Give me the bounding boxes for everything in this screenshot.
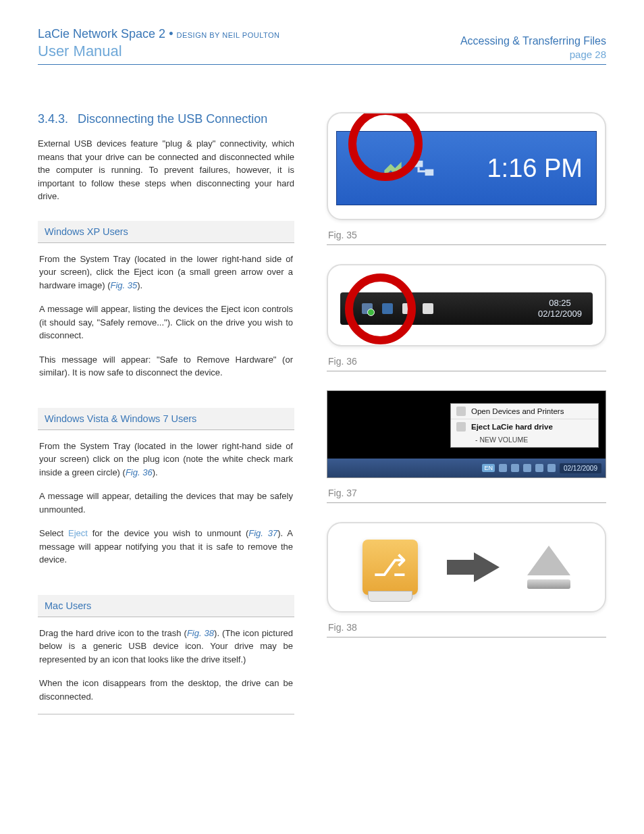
taskbar-date: 02/12/2009 [560,463,601,473]
vista-p3: Select Eject for the device you wish to … [38,527,294,567]
figure-35: 1:16 PM [327,112,606,220]
mac-p2: When the icon disappears from the deskto… [38,677,294,703]
eject-link: Eject [68,528,88,538]
figref-36[interactable]: Fig. 36 [126,467,153,477]
usb-symbol-icon: ⎇ [373,548,407,583]
eject-context-menu: Open Devices and Printers Eject LaCie ha… [450,403,599,448]
xp-p1a: From the System Tray (located in the low… [39,254,293,290]
content-column: 3.4.3. Disconnecting the USB Connection … [38,112,294,714]
vista-p1a: From the System Tray (located in the low… [39,441,293,477]
caption-36: Fig. 36 [328,356,606,367]
vista-p3a: Select [39,528,68,538]
end-rule [38,714,294,714]
caption-37: Fig. 37 [328,488,606,498]
page-header: LaCie Network Space 2 • DESIGN BY NEIL P… [38,27,606,65]
intro-paragraph: External USB devices feature "plug & pla… [38,137,294,203]
tray-icon[interactable] [523,464,531,472]
heading-number: 3.4.3. [38,112,68,126]
page-number: page 28 [460,49,606,60]
heading-title: Disconnecting the USB Connection [78,112,267,126]
header-left: LaCie Network Space 2 • DESIGN BY NEIL P… [38,27,279,60]
menu-label: Eject LaCie hard drive [471,423,553,431]
figref-37[interactable]: Fig. 37 [248,528,277,538]
mac-p1: Drag the hard drive icon to the trash (F… [38,627,294,667]
caption-35: Fig. 35 [328,230,606,240]
language-badge[interactable]: EN [482,464,495,472]
arrow-right-icon [474,552,500,582]
devices-icon [456,407,466,416]
trash-eject-icon [527,546,570,589]
figure-38: ⎇ [327,522,606,613]
caption-38: Fig. 38 [328,622,606,633]
xp-p1b: ). [137,280,142,290]
tray-icon[interactable] [499,464,507,472]
drive-icon [456,422,466,432]
highlight-circle-icon [345,273,416,344]
section-title: Accessing & Transferring Files [460,35,606,47]
xp-p3: This message will appear: "Safe to Remov… [38,353,294,380]
win7-taskbar: EN 02/12/2009 [327,459,606,477]
tray-icon[interactable] [535,464,543,472]
figref-35[interactable]: Fig. 35 [111,280,138,290]
vista-p1b: ). [153,467,158,477]
fig-rule [327,637,606,637]
section-heading: 3.4.3. Disconnecting the USB Connection [38,112,294,126]
figure-36: 08:25 02/12/2009 [327,264,606,346]
header-right: Accessing & Transferring Files page 28 [460,35,606,60]
volume-icon[interactable] [547,464,556,472]
taskbar-clock-vista: 08:25 02/12/2009 [533,296,587,320]
tray-icon[interactable] [511,464,519,472]
fig-rule [327,244,606,245]
fig-rule [327,502,606,503]
xp-p1: From the System Tray (located in the low… [38,253,294,292]
clock-date: 02/12/2009 [538,309,582,319]
subhead-vista: Windows Vista & Windows 7 Users [38,408,294,430]
menu-open-devices[interactable]: Open Devices and Printers [451,404,598,419]
vista-p1: From the System Tray (located in the low… [38,440,294,479]
fig-rule [327,371,606,371]
figure-37: Open Devices and Printers Eject LaCie ha… [327,390,606,478]
volume-icon[interactable] [423,303,433,314]
product-line: LaCie Network Space 2 • DESIGN BY NEIL P… [38,27,279,41]
vista-p2: A message will appear, detailing the dev… [38,490,294,516]
usb-drive-icon: ⎇ [363,540,418,595]
eject-triangle-icon [527,546,570,575]
subhead-xp: Windows XP Users [38,221,294,243]
xp-p2: A message will appear, listing the devic… [38,303,294,342]
menu-label: Open Devices and Printers [471,407,564,415]
menu-eject-drive[interactable]: Eject LaCie hard drive [451,419,598,434]
vista-p3b: for the device you wish to unmount ( [88,528,248,538]
product-name: LaCie Network Space 2 [38,27,165,41]
manual-label: User Manual [38,43,279,60]
figures-column: 1:16 PM Fig. 35 08:25 02/12/2009 Fig. 36 [327,112,606,714]
figref-38[interactable]: Fig. 38 [187,628,214,638]
svg-rect-1 [425,170,434,176]
separator: • [169,27,173,41]
clock-time: 08:25 [538,298,582,309]
subhead-mac: Mac Users [38,595,294,617]
mac-p1a: Drag the hard drive icon to the trash ( [39,628,187,638]
menu-volume-label[interactable]: - NEW VOLUME [451,434,598,447]
design-credit: DESIGN BY NEIL POULTON [176,31,279,39]
eject-bar-icon [527,579,570,589]
taskbar-clock: 1:16 PM [487,154,583,183]
